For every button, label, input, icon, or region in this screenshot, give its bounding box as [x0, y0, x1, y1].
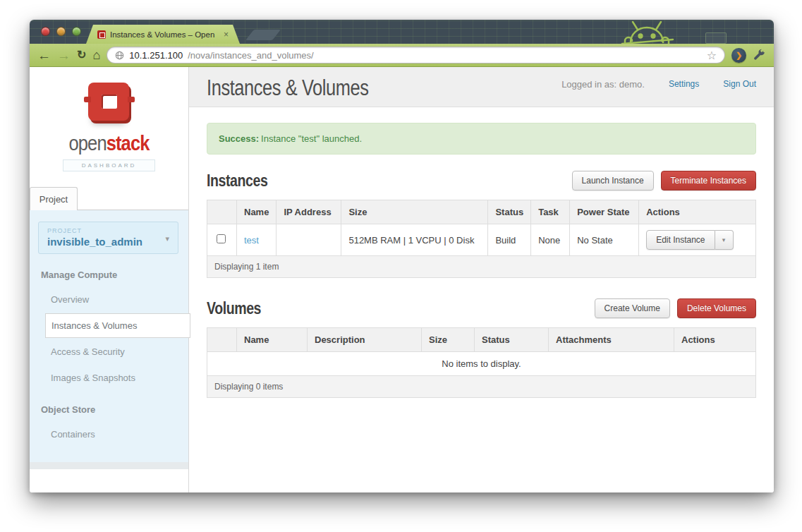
- create-volume-button[interactable]: Create Volume: [595, 298, 670, 318]
- col-status: Status: [475, 328, 549, 352]
- col-attachments: Attachments: [549, 328, 674, 352]
- chevron-down-icon: ▾: [722, 236, 726, 243]
- openstack-cube-icon: [84, 81, 135, 128]
- instance-size-cell: 512MB RAM | 1 VCPU | 0 Disk: [341, 224, 488, 256]
- tab-title: Instances & Volumes – Open: [110, 30, 219, 39]
- tab-close-icon[interactable]: ×: [224, 30, 229, 39]
- back-icon[interactable]: ←: [37, 49, 51, 62]
- edit-instance-split-button: Edit Instance ▾: [646, 230, 733, 250]
- new-tab-button[interactable]: [245, 30, 281, 40]
- alert-prefix: Success:: [219, 133, 259, 144]
- project-selector[interactable]: PROJECT invisible_to_admin ▾: [38, 222, 178, 254]
- instances-section-title: Instances: [207, 171, 267, 191]
- select-all-header: [207, 200, 237, 224]
- globe-icon: [115, 51, 124, 60]
- col-size: Size: [341, 200, 488, 224]
- launch-instance-button[interactable]: Launch Instance: [572, 171, 654, 191]
- table-row: test 512MB RAM | 1 VCPU | 0 Disk Build N…: [207, 224, 756, 256]
- project-selector-label: PROJECT: [47, 227, 169, 234]
- instance-power-cell: No State: [570, 224, 639, 256]
- col-name: Name: [237, 200, 277, 224]
- sidebar-item-images-snapshots[interactable]: Images & Snapshots: [45, 365, 188, 390]
- col-status: Status: [488, 200, 531, 224]
- col-actions: Actions: [674, 328, 756, 352]
- zoom-window-button[interactable]: [72, 27, 81, 36]
- project-selector-value: invisible_to_admin: [47, 236, 169, 248]
- extension-icon[interactable]: ❯: [731, 48, 746, 63]
- sidebar-item-access-security[interactable]: Access & Security: [45, 339, 188, 364]
- delete-volumes-button[interactable]: Delete Volumes: [677, 298, 756, 318]
- browser-tab-strip: Instances & Volumes – Open ×: [30, 20, 774, 44]
- chevron-down-icon: ▾: [165, 234, 169, 243]
- forward-icon[interactable]: →: [57, 49, 71, 62]
- reload-icon[interactable]: ↻: [77, 49, 86, 61]
- sidebar: openstack DASHBOARD Project PROJECT invi…: [30, 67, 188, 492]
- col-actions: Actions: [639, 200, 756, 224]
- url-path: /nova/instances_and_volumes/: [188, 50, 314, 61]
- openstack-wordmark: openstack: [40, 132, 179, 155]
- volumes-table: Name Description Size Status Attachments…: [207, 327, 756, 398]
- minimize-window-button[interactable]: [56, 27, 66, 36]
- nav-heading-manage-compute: Manage Compute: [30, 257, 188, 286]
- col-description: Description: [308, 328, 422, 352]
- volumes-table-footer: Displaying 0 items: [207, 376, 756, 398]
- success-alert: Success:Instance "test" launched.: [207, 123, 756, 155]
- col-name: Name: [237, 328, 308, 352]
- page-header: Instances & Volumes Logged in as: demo. …: [189, 67, 774, 107]
- instances-table: Name IP Address Size Status Task Power S…: [207, 200, 756, 278]
- volumes-empty-message: No items to display.: [207, 352, 756, 376]
- col-task: Task: [531, 200, 570, 224]
- browser-window: Instances & Volumes – Open × ← → ↻ ⌂ 10.…: [30, 20, 774, 492]
- instances-table-footer: Displaying 1 item: [207, 256, 756, 278]
- instance-ip-cell: [277, 224, 341, 256]
- edit-instance-dropdown-button[interactable]: ▾: [715, 230, 734, 250]
- instance-task-cell: None: [531, 224, 570, 256]
- col-power-state: Power State: [570, 200, 639, 224]
- dashboard-label: DASHBOARD: [63, 159, 156, 171]
- home-icon[interactable]: ⌂: [92, 49, 100, 61]
- window-controls: [41, 27, 81, 36]
- page-content: openstack DASHBOARD Project PROJECT invi…: [30, 67, 774, 492]
- browser-toolbar: ← → ↻ ⌂ 10.1.251.100/nova/instances_and_…: [30, 44, 774, 67]
- address-bar[interactable]: 10.1.251.100/nova/instances_and_volumes/…: [107, 47, 725, 64]
- main-area: Instances & Volumes Logged in as: demo. …: [188, 67, 774, 492]
- wrench-menu-icon[interactable]: [753, 49, 766, 62]
- volumes-section-title: Volumes: [207, 299, 261, 318]
- sidebar-item-containers[interactable]: Containers: [45, 422, 188, 447]
- close-window-button[interactable]: [41, 27, 50, 36]
- sidebar-item-instances-volumes[interactable]: Instances & Volumes: [45, 313, 190, 338]
- sign-out-link[interactable]: Sign Out: [723, 79, 756, 107]
- terminate-instances-button[interactable]: Terminate Instances: [661, 171, 756, 191]
- openstack-favicon-icon: [97, 30, 106, 39]
- alert-message: Instance "test" launched.: [261, 133, 362, 144]
- sidebar-item-overview[interactable]: Overview: [45, 287, 188, 312]
- row-checkbox[interactable]: [217, 234, 226, 243]
- nav-heading-object-store: Object Store: [30, 392, 188, 421]
- edit-instance-button[interactable]: Edit Instance: [646, 230, 715, 250]
- page-title: Instances & Volumes: [207, 75, 369, 101]
- android-robot-decoration: [608, 20, 686, 44]
- instance-status-cell: Build: [488, 224, 531, 256]
- sidebar-panel-edge: [30, 462, 188, 469]
- circuit-chip-decoration: [705, 32, 727, 44]
- openstack-logo: openstack DASHBOARD: [30, 67, 188, 171]
- browser-tab[interactable]: Instances & Volumes – Open ×: [86, 25, 240, 44]
- logged-in-text: Logged in as: demo.: [561, 79, 645, 107]
- settings-link[interactable]: Settings: [669, 79, 699, 107]
- col-size: Size: [422, 328, 475, 352]
- tab-project[interactable]: Project: [30, 187, 78, 210]
- select-all-header: [207, 328, 237, 352]
- url-host: 10.1.251.100: [129, 50, 183, 61]
- col-ip-address: IP Address: [277, 200, 341, 224]
- sidebar-panel: PROJECT invisible_to_admin ▾ Manage Comp…: [30, 210, 188, 462]
- instance-name-link[interactable]: test: [244, 235, 259, 246]
- bookmark-star-icon[interactable]: ☆: [707, 49, 717, 62]
